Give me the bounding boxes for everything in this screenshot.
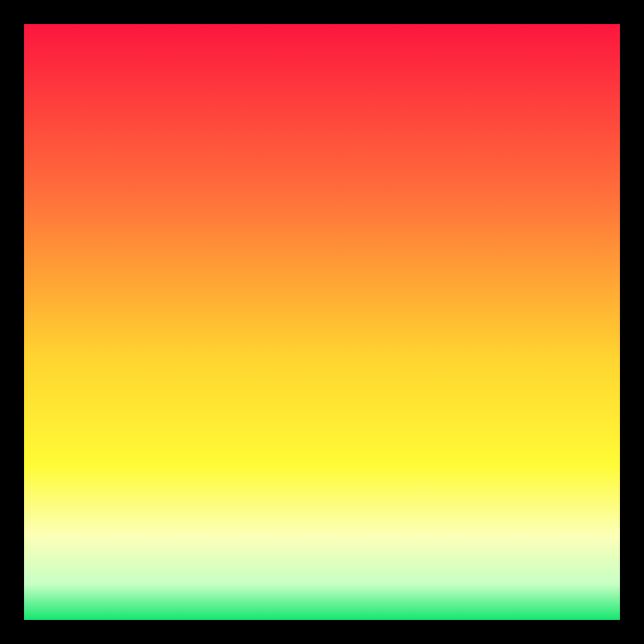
bottleneck-curve (24, 24, 620, 620)
plot-area (24, 24, 620, 620)
